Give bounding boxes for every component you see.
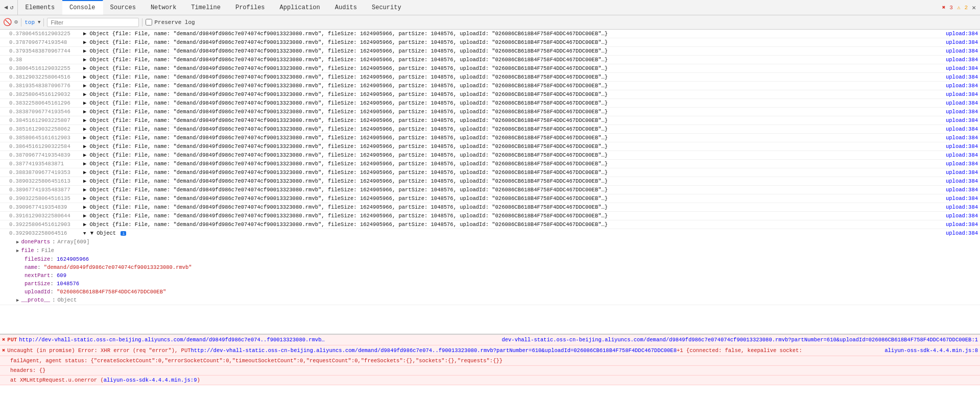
row-link[interactable]: upload:384	[946, 56, 978, 63]
expanded-row-label[interactable]: ▼ ▼ Object i	[83, 230, 126, 237]
tab-timeline[interactable]: Timeline	[184, 0, 228, 15]
tab-network[interactable]: Network	[144, 0, 184, 15]
put-url-left[interactable]: http://dev-vhall-static.oss-cn-beijing.a…	[19, 336, 325, 343]
tab-profiles[interactable]: Profiles	[228, 0, 273, 15]
child-uploadid: uploadId: "026086CB618B4F758F4DDC467DDC0…	[16, 288, 980, 296]
console-row: 0.38064516129032255 ▶ Object {file: File…	[0, 64, 980, 73]
row-content: ▶ Object {file: File, name: "demand/d984…	[83, 204, 978, 211]
bottom-error-panel: ✖ PUT http://dev-vhall-static.oss-cn-bei…	[0, 334, 980, 400]
row-content: ▶ Object {file: File, name: "demand/d984…	[83, 82, 978, 89]
info-badge: i	[121, 231, 126, 236]
row-timestamp: 0.37935483870967744	[9, 47, 83, 55]
console-row: 0.38516129032258062 ▶ Object {file: File…	[0, 125, 980, 134]
row-link[interactable]: upload:384	[946, 186, 978, 193]
row-timestamp: 0.38451612903225807	[9, 117, 83, 124]
row-timestamp: 0.38258064516129032	[9, 91, 83, 98]
row-link[interactable]: upload:384	[946, 178, 978, 185]
row-timestamp: 0.39032258064516135	[9, 195, 83, 202]
child-nextpart: nextPart: 609	[16, 271, 980, 280]
error-detail-2: headers: {}	[0, 366, 980, 376]
row-link[interactable]: upload:384	[946, 30, 978, 37]
row-link[interactable]: upload:384	[946, 108, 978, 115]
tab-elements[interactable]: Elements	[18, 0, 62, 15]
row-link[interactable]: upload:384	[946, 39, 978, 46]
top-right-controls: ✖ 3 ⚠ 2 ✕	[942, 4, 980, 12]
expanded-row-link[interactable]: upload:384	[946, 230, 978, 237]
row-content: ▶ Object {file: File, name: "demand/d984…	[83, 195, 978, 202]
context-selector[interactable]: top	[25, 19, 35, 26]
row-link[interactable]: upload:384	[946, 73, 978, 81]
row-link[interactable]: upload:384	[946, 117, 978, 124]
row-link[interactable]: upload:384	[946, 152, 978, 159]
row-timestamp: 0.387741935483871	[9, 160, 83, 167]
row-timestamp: 0.38838709677419353	[9, 169, 83, 176]
row-link[interactable]: upload:384	[946, 212, 978, 219]
tab-console[interactable]: Console	[62, 0, 103, 15]
error-detail-link[interactable]: aliyun-oss-sdk-4.4.4.min.js:9	[104, 377, 197, 383]
filter-icon[interactable]: ⊙	[14, 18, 18, 26]
row-content: ▶ Object {file: File, name: "demand/d984…	[83, 99, 978, 107]
row-timestamp: 0.38387096774193546	[9, 108, 83, 115]
warning-count-value: 2	[965, 5, 968, 11]
row-timestamp: 0.37806451612903225	[9, 30, 83, 37]
uncaught-error-suffix: +1 {connected: false, keepalive socket:	[677, 347, 802, 354]
context-dropdown-icon[interactable]: ▼	[38, 20, 40, 25]
row-link[interactable]: upload:384	[946, 221, 978, 228]
row-link[interactable]: upload:384	[946, 143, 978, 150]
console-row: 0.3787096774193548 ▶ Object {file: File,…	[0, 38, 980, 47]
uncaught-error-link[interactable]: aliyun-oss-sdk-4.4.4.min.js:8	[885, 347, 978, 354]
row-link[interactable]: upload:384	[946, 204, 978, 211]
row-content: ▶ Object {file: File, name: "demand/d984…	[83, 186, 978, 193]
console-row: 0.38322580645161296 ▶ Object {file: File…	[0, 99, 980, 108]
row-link[interactable]: upload:384	[946, 99, 978, 107]
error-detail-3: at XMLHttpRequest.u.onerror (aliyun-oss-…	[0, 376, 980, 385]
row-link[interactable]: upload:384	[946, 82, 978, 89]
error-count-icon: ✖	[942, 4, 946, 11]
tab-sources[interactable]: Sources	[103, 0, 144, 15]
row-timestamp: 0.38580645161612903	[9, 134, 83, 141]
expanded-children: ▶ doneParts: Array[609] ▶ file: File fil…	[0, 238, 980, 305]
child-filesize: fileSize: 1624905966	[16, 255, 980, 263]
error-count-value: 3	[949, 5, 953, 11]
row-link[interactable]: upload:384	[946, 160, 978, 167]
console-row: 0.38193548387096776 ▶ Object {file: File…	[0, 82, 980, 90]
row-content: ▶ Object {file: File, name: "demand/d984…	[83, 65, 978, 72]
preserve-log-label[interactable]: Preserve log	[146, 19, 195, 26]
put-url-right[interactable]: dev-vhall-static.oss-cn-beijing.aliyuncs…	[501, 336, 978, 343]
row-link[interactable]: upload:384	[946, 169, 978, 176]
row-timestamp: 0.38709677419354839	[9, 152, 83, 159]
row-timestamp: 0.38129032258064516	[9, 73, 83, 81]
put-icon: ✖	[2, 336, 5, 343]
tab-audits[interactable]: Audits	[328, 0, 365, 15]
row-content: ▶ Object {file: File, name: "demand/d984…	[83, 117, 978, 124]
console-row: 0.38258064516129032 ▶ Object {file: File…	[0, 90, 980, 99]
preserve-log-checkbox[interactable]	[146, 19, 152, 26]
toolbar-separator-3	[142, 18, 142, 27]
console-filter-input[interactable]	[47, 18, 139, 27]
row-timestamp: 0.38322580645161296	[9, 99, 83, 107]
console-row: 0.38645161290322584 ▶ Object {file: File…	[0, 142, 980, 151]
row-link[interactable]: upload:384	[946, 195, 978, 202]
console-row: 0.38451612903225807 ▶ Object {file: File…	[0, 116, 980, 125]
uncaught-error-url[interactable]: http://dev-vhall-static.oss-cn-beijing.a…	[191, 347, 677, 354]
row-content: ▶ Object {file: File, name: "demand/d984…	[83, 143, 978, 150]
child-proto: ▶ __proto__: Object	[16, 296, 980, 305]
row-link[interactable]: upload:384	[946, 91, 978, 98]
clear-console-icon[interactable]: 🚫	[3, 18, 11, 27]
tab-security[interactable]: Security	[365, 0, 409, 15]
console-row: 0.38387096774193546 ▶ Object {file: File…	[0, 108, 980, 116]
console-row: 0.39032258064516135 ▶ Object {file: File…	[0, 194, 980, 203]
console-toolbar: 🚫 ⊙ top ▼ Preserve log	[0, 15, 980, 30]
console-row: 0.3909677419354839 ▶ Object {file: File,…	[0, 203, 980, 212]
uncaught-error-icon: ✖	[2, 347, 5, 354]
uncaught-error-row: ✖ Uncaught (in promise) Error: XHR error…	[0, 345, 980, 356]
console-row: 0.38580645161612903 ▶ Object {file: File…	[0, 134, 980, 142]
refresh-icon[interactable]: ↺	[10, 4, 13, 11]
close-icon[interactable]: ✕	[972, 4, 976, 12]
tab-application[interactable]: Application	[273, 0, 328, 15]
row-link[interactable]: upload:384	[946, 126, 978, 133]
back-icon[interactable]: ◀	[4, 4, 8, 11]
row-link[interactable]: upload:384	[946, 47, 978, 55]
row-link[interactable]: upload:384	[946, 134, 978, 141]
row-link[interactable]: upload:384	[946, 65, 978, 72]
